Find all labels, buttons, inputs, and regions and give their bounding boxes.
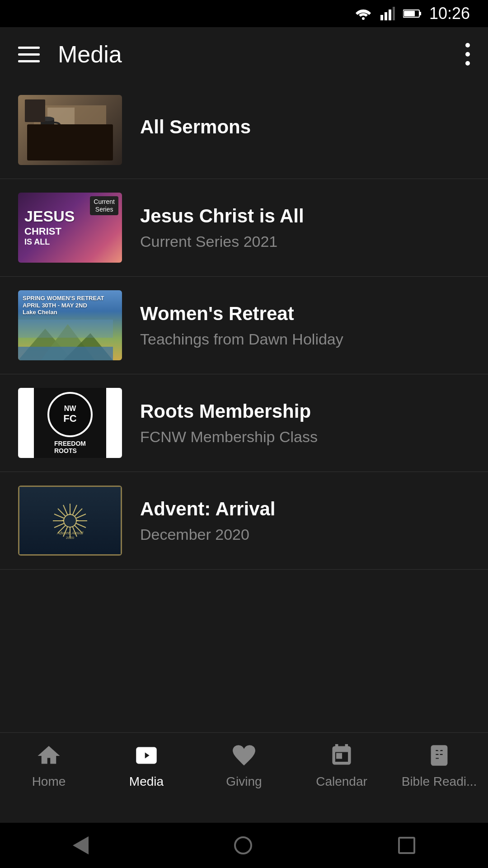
status-icons: 10:26 [354,4,470,23]
advent-arrival-subtitle: December 2020 [140,526,470,543]
battery-icon [403,9,421,19]
jesus-christ-title: Jesus Christ is All [140,205,470,227]
advent-arrival-info: Advent: Arrival December 2020 [140,498,470,543]
womens-retreat-title: Women's Retreat [140,302,470,325]
home-nav-label: Home [32,774,66,789]
svg-rect-10 [38,130,102,153]
svg-rect-25 [18,347,113,360]
status-time: 10:26 [429,4,470,23]
all-sermons-thumb [18,95,122,165]
svg-rect-12 [70,130,102,152]
svg-rect-7 [404,11,415,16]
womens-retreat-subtitle: Teachings from Dawn Holiday [140,330,470,348]
menu-button[interactable] [18,47,40,62]
nav-item-giving[interactable]: Giving [195,742,293,789]
wifi-icon [354,7,372,20]
list-item[interactable]: NW FC FREEDOMROOTS Roots Membership FCNW… [0,374,488,472]
svg-rect-3 [389,9,391,20]
more-options-button[interactable] [465,43,470,66]
android-nav-bar [0,823,488,868]
all-sermons-info: All Sermons [140,116,470,144]
media-list: All Sermons CurrentSeries JESUS CHRIST I… [0,81,488,732]
list-item[interactable]: CurrentSeries JESUS CHRIST IS ALL Jesus … [0,179,488,277]
bible-nav-label: Bible Readi... [402,774,477,789]
jesus-christ-subtitle: Current Series 2021 [140,233,470,250]
media-icon [133,742,160,769]
landscape-image [18,320,113,360]
app-bar: Media [0,27,488,81]
nav-item-media[interactable]: Media [98,742,195,789]
bible-image [34,105,106,155]
svg-rect-2 [385,12,387,20]
current-series-badge: CurrentSeries [90,196,118,215]
svg-text:2020: 2020 [66,536,74,540]
calendar-nav-label: Calendar [316,774,367,789]
womens-retreat-info: Women's Retreat Teachings from Dawn Holi… [140,302,470,348]
android-home-button[interactable] [234,836,252,854]
android-recent-button[interactable] [398,837,415,854]
nav-item-bible[interactable]: Bible Readi... [390,742,488,789]
page-title: Media [58,41,465,68]
giving-icon [230,742,258,769]
jesus-christ-info: Jesus Christ is All Current Series 2021 [140,205,470,250]
media-nav-label: Media [129,774,164,789]
bottom-nav: Home Media Giving Calendar [0,732,488,823]
list-item[interactable]: ✦ Advent: Arrival 202 [0,472,488,570]
nav-item-home[interactable]: Home [0,742,98,789]
svg-rect-26 [18,320,113,338]
svg-rect-11 [38,130,70,152]
nav-item-calendar[interactable]: Calendar [293,742,390,789]
all-sermons-title: All Sermons [140,116,470,138]
roots-membership-subtitle: FCNW Membership Class [140,428,470,446]
bible-icon [426,742,453,769]
svg-rect-6 [419,12,421,15]
giving-nav-label: Giving [226,774,262,789]
list-item[interactable]: All Sermons [0,81,488,179]
calendar-icon [328,742,355,769]
svg-rect-1 [380,15,383,20]
advent-arrival-title: Advent: Arrival [140,498,470,520]
roots-membership-thumb: NW FC FREEDOMROOTS [18,388,122,458]
jesus-christ-thumb: CurrentSeries JESUS CHRIST IS ALL [18,193,122,263]
android-back-button[interactable] [73,836,89,854]
svg-point-20 [41,117,54,121]
advent-star-image: Advent: Arrival 2020 [43,498,97,543]
svg-point-35 [64,514,76,527]
home-icon [35,742,62,769]
svg-rect-4 [393,7,395,20]
signal-icon [380,7,395,20]
roots-membership-info: Roots Membership FCNW Membership Class [140,400,470,446]
list-item[interactable]: SPRING WOMEN'S RETREATAPRIL 30TH - MAY 2… [0,277,488,374]
svg-text:Advent: Arrival: Advent: Arrival [56,531,84,535]
advent-arrival-thumb: ✦ Advent: Arrival 202 [18,486,122,556]
womens-retreat-thumb: SPRING WOMEN'S RETREATAPRIL 30TH - MAY 2… [18,290,122,360]
roots-membership-title: Roots Membership [140,400,470,423]
status-bar: 10:26 [0,0,488,27]
svg-point-0 [362,17,365,20]
